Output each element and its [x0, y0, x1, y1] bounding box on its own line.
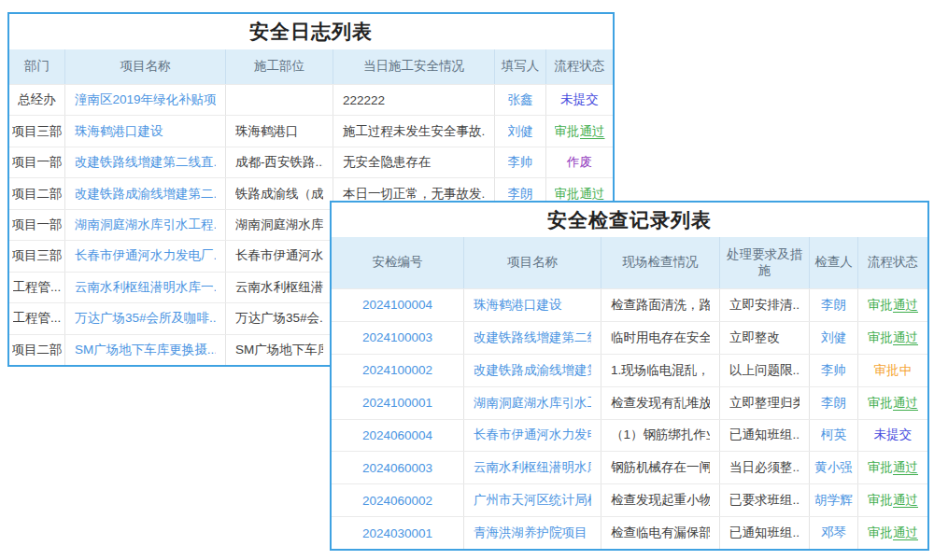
id-link[interactable]: 2024060002	[362, 494, 432, 508]
writer-link[interactable]: 李帅	[508, 154, 533, 171]
project-link[interactable]: 万达广场35#会所及咖啡...	[75, 310, 216, 327]
cell-inspector[interactable]: 胡学辉	[810, 484, 858, 516]
status-link[interactable]: 通过	[893, 459, 918, 476]
table-row: 2024060004长春市伊通河水力发电...（1）钢筋绑扎作业...已通知班组…	[332, 419, 927, 452]
inspector-link[interactable]: 柯英	[821, 427, 846, 443]
cell-measure: 已通知班组...	[720, 420, 810, 452]
cell-inspector[interactable]: 刘健	[810, 322, 858, 354]
cell-writer[interactable]: 张鑫	[495, 85, 546, 115]
col-header-status: 流程状态	[858, 237, 927, 288]
cell-project[interactable]: 改建铁路成渝线增建第...	[464, 355, 601, 386]
inspector-link[interactable]: 李朗	[821, 297, 846, 314]
project-link[interactable]: 长春市伊通河水力发电...	[474, 427, 591, 443]
project-link[interactable]: 潼南区2019年绿化补贴项...	[75, 91, 216, 108]
id-link[interactable]: 2024030001	[362, 526, 432, 540]
project-link[interactable]: 珠海鹤港口建设	[474, 297, 562, 314]
id-link[interactable]: 2024060003	[362, 461, 432, 475]
cell-id[interactable]: 2024030001	[332, 517, 464, 549]
cell-status[interactable]: 审批通过	[858, 517, 927, 549]
status-link[interactable]: 通过	[893, 395, 918, 412]
cell-project[interactable]: 云南水利枢纽潜明水库...	[464, 452, 601, 483]
id-link[interactable]: 2024060004	[362, 428, 432, 442]
cell-status[interactable]: 审批通过	[858, 289, 927, 321]
cell-inspector[interactable]: 黄小强	[810, 452, 858, 483]
dept-text: 项目一部	[12, 217, 63, 233]
cell-situation: 施工过程未发生安全事故...	[333, 116, 495, 146]
status-link[interactable]: 通过	[893, 329, 918, 346]
inspector-link[interactable]: 李朗	[821, 395, 846, 412]
cell-project[interactable]: 湖南洞庭湖水库引水工程...	[65, 210, 226, 240]
cell-id[interactable]: 2024060002	[332, 484, 464, 516]
cell-project[interactable]: 潼南区2019年绿化补贴项...	[65, 85, 226, 115]
cell-id[interactable]: 2024100001	[332, 387, 464, 419]
writer-link[interactable]: 李朗	[508, 186, 533, 203]
id-link[interactable]: 2024100002	[362, 363, 432, 377]
cell-project[interactable]: 改建铁路成渝线增建第二...	[65, 178, 226, 208]
project-link[interactable]: 改建铁路成渝线增建第...	[474, 362, 591, 379]
project-link[interactable]: 改建铁路线增建第二线直...	[75, 154, 216, 171]
cell-status[interactable]: 审批通过	[858, 322, 927, 354]
inspector-link[interactable]: 刘健	[821, 329, 846, 346]
project-link[interactable]: 长春市伊通河水力发电厂...	[75, 247, 216, 264]
project-link[interactable]: 改建铁路成渝线增建第二...	[75, 186, 216, 203]
cell-project[interactable]: 改建铁路线增建第二线...	[464, 322, 601, 354]
cell-id[interactable]: 2024100002	[332, 355, 464, 386]
status-link[interactable]: 通过	[893, 525, 918, 541]
cell-status[interactable]: 审批通过	[858, 484, 927, 516]
part-text: 万达广场35#会...	[235, 310, 323, 327]
project-link[interactable]: 广州市天河区统计局机...	[474, 492, 591, 509]
project-link[interactable]: 青海洪湖养护院项目	[474, 525, 587, 541]
project-link[interactable]: 云南水利枢纽潜明水库...	[474, 459, 591, 476]
safety-log-header-row: 部门 项目名称 施工部位 当日施工安全情况 填写人 流程状态	[9, 49, 613, 84]
inspector-link[interactable]: 黄小强	[814, 459, 853, 476]
cell-project[interactable]: 改建铁路线增建第二线直...	[65, 147, 226, 177]
cell-project[interactable]: 青海洪湖养护院项目	[464, 517, 601, 549]
measure-text: 已通知班组...	[729, 427, 800, 443]
cell-project[interactable]: 长春市伊通河水力发电厂...	[65, 241, 226, 271]
cell-status[interactable]: 审批通过	[858, 387, 927, 419]
project-link[interactable]: SM广场地下车库更换摄...	[75, 342, 216, 358]
id-link[interactable]: 2024100004	[362, 298, 432, 312]
cell-writer[interactable]: 李帅	[495, 147, 546, 177]
id-link[interactable]: 2024100003	[362, 330, 432, 344]
inspector-link[interactable]: 胡学辉	[814, 492, 853, 509]
project-link[interactable]: 珠海鹤港口建设	[75, 123, 163, 140]
cell-dept: 工程管...	[9, 303, 65, 333]
cell-status[interactable]: 审批通过	[858, 452, 927, 483]
writer-link[interactable]: 刘健	[508, 123, 533, 140]
project-link[interactable]: 湖南洞庭湖水库引水工...	[474, 395, 591, 412]
cell-project[interactable]: 珠海鹤港口建设	[464, 289, 601, 321]
project-link[interactable]: 云南水利枢纽潜明水库一...	[75, 279, 216, 296]
cell-inspector[interactable]: 邓琴	[810, 517, 858, 549]
inspector-link[interactable]: 邓琴	[821, 525, 846, 541]
cell-inspector[interactable]: 柯英	[810, 420, 858, 452]
cell-inspector[interactable]: 李帅	[810, 355, 858, 386]
status-link[interactable]: 通过	[893, 297, 918, 314]
cell-measure: 以上问题限...	[720, 355, 810, 386]
cell-project[interactable]: 湖南洞庭湖水库引水工...	[464, 387, 601, 419]
project-link[interactable]: 湖南洞庭湖水库引水工程...	[75, 217, 216, 233]
cell-status[interactable]: 审批通过	[546, 116, 613, 146]
writer-link[interactable]: 张鑫	[508, 91, 533, 108]
cell-project[interactable]: SM广场地下车库更换摄...	[65, 335, 226, 365]
cell-project[interactable]: 广州市天河区统计局机...	[464, 484, 601, 516]
cell-writer[interactable]: 刘健	[495, 116, 546, 146]
cell-project[interactable]: 长春市伊通河水力发电...	[464, 420, 601, 452]
cell-id[interactable]: 2024100004	[332, 289, 464, 321]
status-link[interactable]: 通过	[893, 492, 918, 509]
dept-text: 工程管...	[13, 310, 62, 327]
inspector-link[interactable]: 李帅	[821, 362, 846, 379]
cell-measure: 已要求班组...	[720, 484, 810, 516]
cell-inspector[interactable]: 李朗	[810, 387, 858, 419]
cell-inspector[interactable]: 李朗	[810, 289, 858, 321]
cell-project[interactable]: 万达广场35#会所及咖啡...	[65, 303, 226, 333]
id-link[interactable]: 2024100001	[362, 396, 432, 410]
status-link[interactable]: 通过	[580, 186, 605, 203]
cell-project[interactable]: 云南水利枢纽潜明水库一...	[65, 273, 226, 302]
cell-project[interactable]: 珠海鹤港口建设	[65, 116, 226, 146]
cell-id[interactable]: 2024100003	[332, 322, 464, 354]
cell-id[interactable]: 2024060004	[332, 420, 464, 452]
cell-id[interactable]: 2024060003	[332, 452, 464, 483]
status-link[interactable]: 通过	[580, 123, 605, 140]
project-link[interactable]: 改建铁路线增建第二线...	[474, 329, 591, 346]
